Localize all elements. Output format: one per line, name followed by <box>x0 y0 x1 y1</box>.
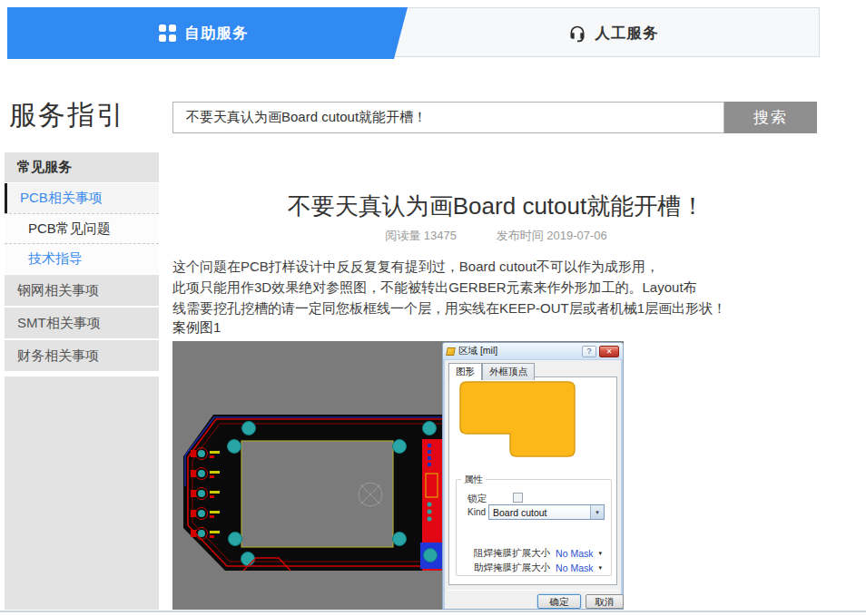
board-cutout-shape <box>449 377 620 477</box>
lock-checkbox <box>513 493 523 503</box>
sidebar-item-stencil-matters[interactable]: 钢网相关事项 <box>5 275 159 306</box>
search-button[interactable]: 搜索 <box>724 102 817 133</box>
region-dialog-body: 图形 外框顶点 属性 锁定 Kind Board cutout ▾ <box>445 360 621 609</box>
sidebar-item-tech-guidance[interactable]: 技术指导 <box>5 243 159 273</box>
region-icon <box>446 347 456 356</box>
tab-manual-service[interactable]: 人工服务 <box>408 8 819 58</box>
article-title: 不要天真认为画Board cutout就能开槽！ <box>172 191 820 222</box>
dialog-tab-graphic: 图形 <box>448 363 482 380</box>
region-dialog-tabs: 图形 外框顶点 <box>448 363 535 380</box>
region-dialog-titlebar: 区域 [mil] ? ✕ <box>443 343 623 359</box>
article-meta: 阅读量 13475 发布时间 2019-07-06 <box>172 228 820 244</box>
figure-caption: 案例图1 <box>172 319 221 337</box>
dialog-close-icon: ✕ <box>599 346 619 357</box>
tab-manual-service-label: 人工服务 <box>595 24 659 44</box>
paste-mask-label: 助焊掩膜扩展大小 <box>474 562 550 574</box>
article-body: 这个问题在PCB打样设计中反反复复有提到过，Board cutout不可以作为成… <box>172 256 820 318</box>
chevron-down-icon: ▾ <box>598 564 602 572</box>
sidebar-item-smt-matters[interactable]: SMT相关事项 <box>5 308 159 338</box>
sidebar-menu: 常见服务 PCB相关事项 PCB常见问题 技术指导 钢网相关事项 SMT相关事项… <box>5 152 159 371</box>
app-grid-icon <box>159 24 176 42</box>
tab-self-service-label-wrap[interactable]: 自助服务 <box>8 8 399 58</box>
properties-group: 属性 锁定 Kind Board cutout ▾ 阻焊掩膜扩展大小 No Ma… <box>456 479 612 576</box>
lock-label: 锁定 <box>467 493 487 505</box>
sidebar-title: 服务指引 <box>9 97 125 134</box>
sidebar-filler-panel <box>5 376 159 610</box>
region-dialog-title: 区域 [mil] <box>458 345 582 357</box>
article-body-line: 这个问题在PCB打样设计中反反复复有提到过，Board cutout不可以作为成… <box>172 256 820 277</box>
dialog-tab-outline-vertices: 外框顶点 <box>482 363 535 380</box>
kind-dropdown: Board cutout ▾ <box>488 504 605 520</box>
paste-mask-value: No Mask <box>556 562 593 573</box>
search-input[interactable] <box>172 102 724 133</box>
service-tab-bar: 自助服务 人工服务 <box>7 7 820 57</box>
dialog-separator <box>448 590 618 591</box>
dialog-cancel-button: 取消 <box>586 594 624 609</box>
kind-value: Board cutout <box>493 507 547 518</box>
service-guide-page: 自助服务 人工服务 服务指引 常见服务 PCB相关事项 PCB常见问题 技术指导… <box>0 0 866 616</box>
region-dialog-panel: 属性 锁定 Kind Board cutout ▾ 阻焊掩膜扩展大小 No Ma… <box>448 376 617 585</box>
sidebar-item-common-services[interactable]: 常见服务 <box>5 152 159 182</box>
headset-icon <box>568 24 586 43</box>
solder-mask-value: No Mask <box>556 548 593 559</box>
article-publish-date: 发布时间 2019-07-06 <box>497 229 607 242</box>
dialog-ok-button: 确定 <box>537 594 581 609</box>
article-views: 阅读量 13475 <box>385 229 457 242</box>
properties-group-label: 属性 <box>461 474 486 486</box>
chevron-down-icon: ▾ <box>590 505 604 519</box>
case-figure-image: 区域 [mil] ? ✕ 图形 外框顶点 属性 锁定 K <box>172 341 624 610</box>
solder-mask-row: 阻焊掩膜扩展大小 No Mask ▾ <box>457 547 602 560</box>
kind-label: Kind <box>467 507 486 517</box>
sidebar-item-pcb-matters[interactable]: PCB相关事项 <box>5 183 159 213</box>
sidebar-item-finance-matters[interactable]: 财务相关事项 <box>5 340 159 371</box>
tab-self-service-label: 自助服务 <box>185 24 249 44</box>
paste-mask-row: 助焊掩膜扩展大小 No Mask ▾ <box>457 562 602 574</box>
region-dialog: 区域 [mil] ? ✕ 图形 外框顶点 属性 锁定 K <box>442 342 624 610</box>
pcb-layout-image <box>172 341 445 610</box>
chevron-down-icon: ▾ <box>598 550 602 557</box>
page-bottom-divider <box>0 611 866 612</box>
sidebar-item-pcb-faq[interactable]: PCB常见问题 <box>5 213 159 243</box>
solder-mask-label: 阻焊掩膜扩展大小 <box>474 547 550 560</box>
dialog-help-icon: ? <box>582 346 596 357</box>
article-body-line: 此项只能用作3D效果绝对参照图，不能被转出GERBER元素来作外形加工的。Lay… <box>172 277 820 298</box>
article-body-line: 线需要挖孔挖槽的请一定同您板框线一个层，用实线在KEEP-OUT层或者机械1层画… <box>172 298 820 318</box>
